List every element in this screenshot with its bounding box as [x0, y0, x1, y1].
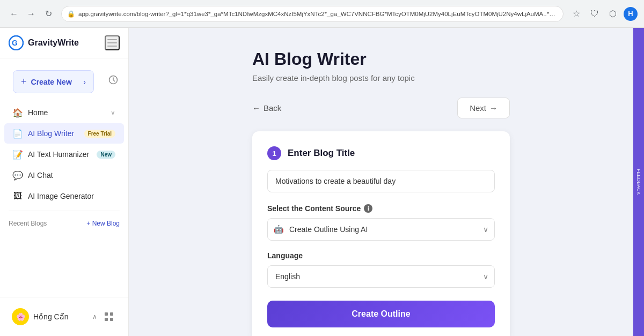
logo-area: G GravityWrite	[9, 35, 79, 50]
back-label: Back	[264, 103, 281, 113]
browser-nav-icons: ← → ↻	[6, 6, 56, 21]
bookmark-icon[interactable]: ☆	[569, 6, 584, 21]
profile-avatar[interactable]: H	[624, 7, 638, 21]
sidebar-item-home[interactable]: 🏠 Home ∨	[4, 102, 124, 123]
sidebar-footer: 🌸 Hồng Cẩn ∧	[0, 297, 128, 336]
recent-blogs-label: Recent Blogs	[9, 220, 47, 227]
image-generator-icon: 🖼	[13, 191, 23, 201]
back-nav-button[interactable]: ←	[6, 6, 21, 21]
form-card: 1 Enter Blog Title Select the Content So…	[252, 131, 510, 336]
reload-button[interactable]: ↻	[41, 6, 56, 21]
outline-icon: 🤖	[274, 225, 284, 234]
plus-icon: +	[21, 76, 27, 87]
svg-text:G: G	[12, 39, 18, 47]
sidebar-item-blog-writer[interactable]: 📄 AI Blog Writer Free Trial	[4, 123, 124, 144]
step-title: Enter Blog Title	[288, 148, 355, 159]
create-outline-label: Create Outline	[352, 309, 410, 318]
free-trial-badge: Free Trial	[84, 130, 115, 138]
app-layout: G GravityWrite + Create New ›	[0, 28, 644, 336]
main-content: AI Blog Writer Easily create in-depth bl…	[129, 28, 633, 336]
language-label-text: Language	[267, 251, 303, 260]
back-arrow-icon: ←	[252, 103, 260, 113]
info-icon[interactable]: i	[364, 204, 372, 213]
nav-buttons-row: ← Back Next →	[252, 98, 510, 118]
content-source-label: Select the Content Source i	[267, 204, 495, 213]
sidebar-item-image-generator-label: AI Image Generator	[28, 192, 115, 200]
home-chevron-icon: ∨	[111, 109, 115, 116]
sidebar-header: G GravityWrite	[0, 28, 128, 58]
next-button[interactable]: Next →	[457, 98, 510, 118]
svg-rect-6	[105, 312, 108, 316]
create-new-chevron-icon: ›	[83, 78, 86, 86]
url-text: app.gravitywrite.com/blog-writer?_gl=1*q…	[78, 11, 558, 17]
address-bar[interactable]: 🔒 app.gravitywrite.com/blog-writer?_gl=1…	[61, 6, 564, 22]
page-title: AI Blog Writer	[252, 49, 510, 69]
create-new-button[interactable]: + Create New ›	[13, 70, 94, 93]
browser-actions: ☆ 🛡 ⬡ H	[569, 6, 638, 21]
create-outline-button[interactable]: Create Outline	[267, 301, 495, 327]
sidebar-item-home-label: Home	[28, 108, 105, 117]
language-label: Language	[267, 251, 495, 260]
next-arrow-icon: →	[489, 103, 497, 113]
extensions-icon[interactable]: ⬡	[605, 6, 620, 21]
language-select-wrapper: English ∨	[267, 265, 495, 288]
svg-rect-4	[107, 46, 117, 47]
sidebar-item-ai-chat[interactable]: 💬 AI Chat	[4, 165, 124, 185]
text-humanizer-icon: 📝	[13, 150, 23, 159]
sidebar: G GravityWrite + Create New ›	[0, 28, 129, 336]
svg-rect-3	[107, 42, 117, 43]
sidebar-divider	[9, 211, 120, 211]
svg-rect-2	[107, 39, 117, 40]
page-subtitle: Easily create in-depth blog posts for an…	[252, 73, 510, 83]
svg-rect-8	[105, 318, 108, 321]
home-icon: 🏠	[13, 108, 23, 117]
step-number: 1	[267, 146, 281, 160]
language-select[interactable]: English	[267, 265, 495, 288]
user-chevron-icon: ∧	[92, 313, 97, 320]
content-source-select[interactable]: Create Outline Using AI	[267, 218, 495, 241]
sidebar-item-text-humanizer-label: AI Text Humanizer	[28, 150, 91, 159]
forward-nav-button[interactable]: →	[24, 6, 39, 21]
sidebar-item-ai-chat-label: AI Chat	[28, 171, 115, 180]
browser-chrome: ← → ↻ 🔒 app.gravitywrite.com/blog-writer…	[0, 0, 644, 28]
sidebar-item-image-generator[interactable]: 🖼 AI Image Generator	[4, 186, 124, 206]
lock-icon: 🔒	[67, 10, 75, 18]
sidebar-nav: 🏠 Home ∨ 📄 AI Blog Writer Free Trial 📝 A…	[0, 98, 128, 297]
step-header: 1 Enter Blog Title	[267, 146, 495, 160]
blog-title-input[interactable]	[267, 170, 495, 192]
next-label: Next	[470, 103, 486, 113]
content-card: AI Blog Writer Easily create in-depth bl…	[252, 49, 510, 336]
ai-chat-icon: 💬	[13, 170, 23, 180]
feedback-label: FEEDBACK	[636, 169, 641, 195]
user-row[interactable]: 🌸 Hồng Cẩn ∧	[6, 304, 122, 330]
create-new-label: Create New	[31, 78, 72, 86]
new-badge: New	[97, 151, 115, 159]
feedback-strip[interactable]: FEEDBACK	[633, 28, 644, 336]
new-blog-button[interactable]: + New Blog	[86, 220, 120, 227]
create-new-label-area: + Create New	[21, 76, 72, 87]
grid-icon[interactable]	[101, 309, 116, 324]
content-source-select-wrapper: 🤖 Create Outline Using AI ∨	[267, 218, 495, 241]
svg-rect-9	[110, 318, 113, 321]
shield-icon[interactable]: 🛡	[587, 6, 602, 21]
history-button[interactable]	[105, 71, 122, 88]
recent-blogs-row: Recent Blogs + New Blog	[0, 215, 128, 232]
svg-rect-7	[110, 312, 113, 316]
content-source-label-text: Select the Content Source	[267, 204, 361, 213]
sidebar-toggle-button[interactable]	[105, 35, 120, 50]
user-name: Hồng Cẩn	[33, 312, 88, 321]
sidebar-item-text-humanizer[interactable]: 📝 AI Text Humanizer New	[4, 144, 124, 165]
back-button[interactable]: ← Back	[252, 99, 281, 117]
logo-text: GravityWrite	[28, 38, 79, 48]
sidebar-item-blog-writer-label: AI Blog Writer	[28, 129, 79, 138]
logo-icon: G	[9, 35, 24, 50]
blog-writer-icon: 📄	[13, 129, 23, 138]
user-avatar: 🌸	[12, 308, 29, 325]
